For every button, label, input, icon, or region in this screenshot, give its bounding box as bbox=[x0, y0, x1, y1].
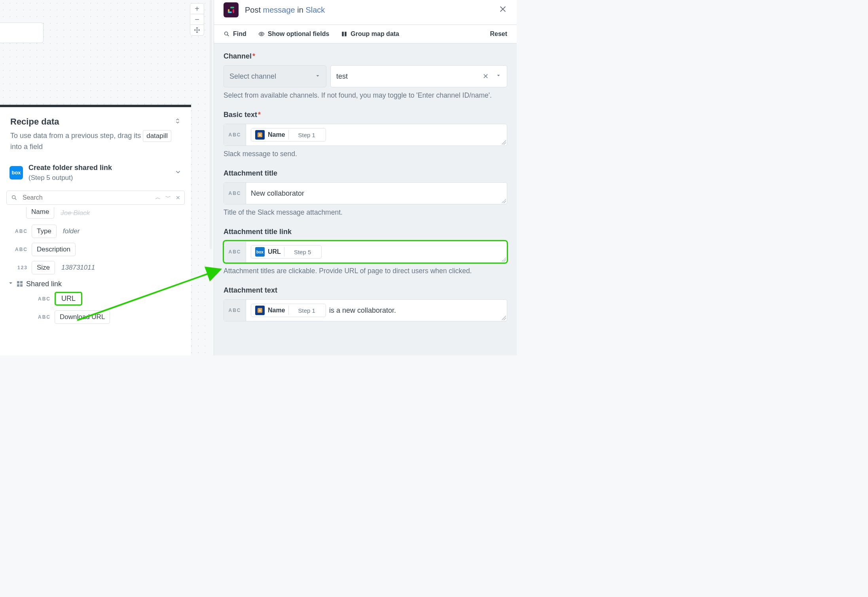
close-panel-button[interactable] bbox=[498, 5, 507, 15]
find-label: Find bbox=[233, 30, 246, 38]
action-title-pre: Post bbox=[245, 6, 263, 14]
resize-handle[interactable] bbox=[501, 257, 506, 262]
channel-value-input[interactable]: test ✕ bbox=[330, 65, 507, 87]
datapill-search[interactable]: ︿ ﹀ ✕ bbox=[6, 191, 185, 205]
step-subtitle: (Step 5 output) bbox=[28, 174, 174, 182]
datapill-name-label: Name bbox=[268, 307, 285, 314]
recipe-data-subtitle-pre: To use data from a previous step, drag i… bbox=[10, 132, 143, 140]
resize-handle[interactable] bbox=[501, 140, 506, 145]
show-optional-label: Show optional fields bbox=[268, 30, 330, 38]
datapill-name[interactable]: Name bbox=[26, 207, 54, 219]
search-nav: ︿ ﹀ ✕ bbox=[155, 194, 184, 201]
attachment-title-input[interactable]: ABC New collaborator bbox=[224, 182, 507, 204]
datapill-size-value: 138731011 bbox=[61, 264, 95, 272]
basic-text-input[interactable]: ABC Name Step 1 bbox=[224, 124, 507, 146]
channel-clear-button[interactable]: ✕ bbox=[483, 72, 489, 81]
datapill-download-url[interactable]: Download URL bbox=[55, 310, 110, 324]
search-icon bbox=[7, 195, 22, 201]
type-tag-abc: ABC bbox=[34, 296, 51, 302]
expand-vertical-icon bbox=[174, 118, 181, 124]
expand-panel-button[interactable] bbox=[174, 118, 181, 126]
scrollbar[interactable] bbox=[210, 0, 212, 249]
datapill-tree: Name Joe Black ABC Type folder ABC Descr… bbox=[0, 206, 191, 326]
action-title-message-link[interactable]: message bbox=[263, 6, 295, 14]
channel-dropdown-button[interactable] bbox=[496, 72, 501, 81]
group-map-button[interactable]: Group map data bbox=[341, 30, 399, 38]
columns-icon bbox=[341, 31, 347, 37]
caret-down-icon bbox=[8, 280, 13, 287]
search-prev-button[interactable]: ︿ bbox=[155, 194, 161, 201]
download-icon bbox=[255, 130, 265, 140]
recipe-data-header: Recipe data To use data from a previous … bbox=[0, 107, 191, 160]
tree-group-label: Shared link bbox=[26, 280, 62, 288]
svg-rect-11 bbox=[342, 32, 344, 36]
datapill-size[interactable]: Size bbox=[32, 261, 55, 274]
object-icon bbox=[17, 281, 23, 287]
datapill-name-step1[interactable]: Name Step 1 bbox=[251, 128, 326, 142]
search-clear-button[interactable]: ✕ bbox=[176, 195, 180, 201]
svg-rect-4 bbox=[20, 284, 23, 287]
step-header[interactable]: box Create folder shared link (Step 5 ou… bbox=[6, 160, 185, 186]
channel-select-placeholder: Select channel bbox=[229, 72, 276, 81]
step-title: Create folder shared link bbox=[28, 164, 174, 172]
datapill-search-input[interactable] bbox=[22, 191, 155, 204]
datapill-type-value: folder bbox=[63, 227, 80, 235]
reset-button[interactable]: Reset bbox=[490, 30, 507, 38]
tree-row-size: 123 Size 138731011 bbox=[6, 259, 185, 277]
datapill-name-label: URL bbox=[268, 248, 281, 255]
zoom-out-button[interactable]: − bbox=[190, 14, 204, 25]
slack-logo-icon bbox=[224, 2, 239, 17]
field-label-basic-text: Basic text* bbox=[224, 111, 507, 119]
close-icon bbox=[498, 5, 507, 13]
type-tag-abc: ABC bbox=[224, 183, 246, 204]
datapill-url[interactable]: URL bbox=[55, 292, 82, 306]
type-tag-num: 123 bbox=[11, 265, 28, 270]
find-button[interactable]: Find bbox=[224, 30, 246, 38]
show-optional-button[interactable]: Show optional fields bbox=[258, 30, 330, 38]
attachment-title-link-input[interactable]: ABC box URL Step 5 bbox=[224, 241, 507, 263]
caret-down-icon bbox=[315, 72, 320, 81]
datapill-type[interactable]: Type bbox=[32, 225, 57, 238]
canvas-node-stub[interactable] bbox=[0, 23, 44, 43]
channel-select[interactable]: Select channel bbox=[224, 65, 326, 87]
tree-row-url: ABC URL bbox=[6, 290, 185, 308]
type-tag-abc: ABC bbox=[224, 300, 246, 321]
datapill-name-step1[interactable]: Name Step 1 bbox=[251, 304, 326, 317]
eye-icon bbox=[258, 31, 265, 37]
box-logo-icon: box bbox=[9, 166, 23, 179]
tree-row-download-url: ABC Download URL bbox=[6, 308, 185, 326]
attachment-title-help: Title of the Slack message attachment. bbox=[224, 208, 507, 217]
recipe-data-panel: Recipe data To use data from a previous … bbox=[0, 105, 191, 355]
field-label-attachment-text: Attachment text bbox=[224, 286, 507, 295]
field-attachment-title-link: Attachment title link ABC box URL Step 5… bbox=[224, 228, 507, 275]
action-title-slack-link[interactable]: Slack bbox=[305, 6, 325, 14]
attachment-title-value: New collaborator bbox=[251, 189, 304, 198]
resize-handle[interactable] bbox=[501, 198, 506, 203]
action-header: Post message in Slack bbox=[214, 0, 517, 25]
field-label-attachment-title-link: Attachment title link bbox=[224, 228, 507, 236]
basic-text-help: Slack message to send. bbox=[224, 150, 507, 158]
datapill-description[interactable]: Description bbox=[32, 243, 76, 256]
zoom-fit-button[interactable] bbox=[190, 25, 204, 35]
search-next-button[interactable]: ﹀ bbox=[165, 194, 171, 201]
channel-help: Select from available channels. If not f… bbox=[224, 91, 507, 100]
tree-group-shared-link[interactable]: Shared link bbox=[8, 280, 185, 288]
attachment-text-input[interactable]: ABC Name Step 1 is a new collaborator. bbox=[224, 299, 507, 321]
step-collapse-toggle[interactable] bbox=[174, 168, 182, 177]
action-toolbar: Find Show optional fields Group map data… bbox=[214, 25, 517, 43]
action-title-mid: in bbox=[295, 6, 306, 14]
datapill-name-label: Name bbox=[268, 131, 285, 138]
download-icon bbox=[255, 306, 265, 315]
datapill-step-label: Step 1 bbox=[292, 132, 322, 138]
channel-value: test bbox=[336, 72, 348, 81]
search-icon bbox=[224, 31, 230, 37]
resize-handle[interactable] bbox=[501, 316, 506, 320]
recipe-data-subtitle-post: into a field bbox=[10, 143, 43, 151]
tree-row-name: Name Joe Black bbox=[6, 206, 185, 222]
tree-row-type: ABC Type folder bbox=[6, 222, 185, 240]
field-attachment-text: Attachment text ABC Name Step 1 is a new… bbox=[224, 286, 507, 321]
attachment-title-link-help: Attachment titles are clickable. Provide… bbox=[224, 267, 507, 275]
svg-rect-3 bbox=[17, 284, 19, 287]
datapill-url-step5[interactable]: box URL Step 5 bbox=[251, 245, 322, 259]
zoom-in-button[interactable]: + bbox=[190, 4, 204, 14]
